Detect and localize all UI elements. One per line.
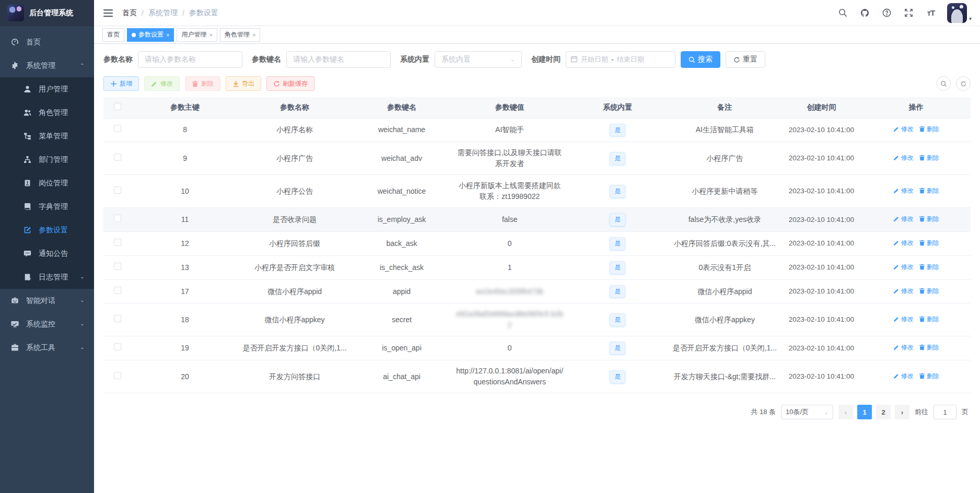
sidebar-item-label: 首页 bbox=[26, 38, 94, 47]
delete-link[interactable]: 删除 bbox=[919, 343, 939, 352]
search-icon[interactable] bbox=[837, 7, 849, 19]
table-row: 10 小程序公告 weichat_notice 小程序新版本上线需要搭建同款 联… bbox=[103, 175, 971, 208]
delete-link[interactable]: 删除 bbox=[919, 153, 939, 162]
edit-link[interactable]: 修改 bbox=[893, 238, 914, 248]
row-checkbox[interactable] bbox=[114, 154, 121, 161]
page-button-1[interactable]: 1 bbox=[857, 405, 872, 419]
tab-label: 参数设置 bbox=[138, 30, 164, 39]
sidebar-item-users[interactable]: 用户管理 bbox=[0, 77, 94, 101]
sidebar-item-dict[interactable]: 字典管理 bbox=[0, 195, 94, 218]
builtin-tag: 是 bbox=[610, 313, 625, 326]
page-size-select[interactable]: 10条/页 ⌄ bbox=[781, 405, 833, 419]
sidebar-item-logs[interactable]: 日志管理 ⌄ bbox=[0, 265, 94, 289]
param-name-input[interactable]: 请输入参数名称 bbox=[138, 51, 242, 68]
avatar[interactable] bbox=[947, 3, 967, 23]
sidebar-item-departments[interactable]: 部门管理 bbox=[0, 148, 94, 171]
sidebar-item-label: 岗位管理 bbox=[39, 179, 94, 188]
tab-home[interactable]: 首页 bbox=[102, 28, 124, 42]
sidebar-item-notices[interactable]: 通知公告 bbox=[0, 242, 94, 265]
sidebar-menu: 首页 系统管理 ⌃ 用户管理 角色管理 菜单管理 bbox=[0, 26, 94, 493]
select-all-checkbox[interactable] bbox=[114, 103, 121, 110]
delete-link[interactable]: 删除 bbox=[919, 286, 939, 296]
reset-button[interactable]: 重置 bbox=[726, 51, 765, 68]
edit-link[interactable]: 修改 bbox=[893, 262, 914, 272]
sidebar-item-tools[interactable]: 系统工具 ⌄ bbox=[0, 336, 94, 359]
goto-suffix: 页 bbox=[962, 407, 969, 417]
tab-roles[interactable]: 角色管理 × bbox=[220, 28, 260, 42]
close-icon[interactable]: × bbox=[209, 32, 212, 38]
date-start-input[interactable]: 开始日期 bbox=[581, 55, 608, 64]
user-menu[interactable]: ▾ bbox=[947, 3, 972, 23]
sidebar-item-home[interactable]: 首页 bbox=[0, 30, 94, 54]
param-key-input[interactable]: 请输入参数键名 bbox=[286, 51, 391, 68]
delete-button[interactable]: 删除 bbox=[185, 76, 220, 91]
peoples-icon bbox=[23, 109, 31, 117]
row-checkbox[interactable] bbox=[114, 263, 121, 270]
fullscreen-icon[interactable] bbox=[903, 7, 915, 19]
total-count: 共 18 条 bbox=[751, 407, 776, 417]
help-icon[interactable] bbox=[881, 7, 893, 19]
github-icon[interactable] bbox=[859, 7, 871, 19]
edit-link[interactable]: 修改 bbox=[893, 371, 914, 381]
edit-link[interactable]: 修改 bbox=[893, 343, 914, 352]
close-icon[interactable]: × bbox=[252, 32, 255, 38]
date-end-input[interactable]: 结束日期 bbox=[617, 55, 644, 64]
refresh-cache-button[interactable]: 刷新缓存 bbox=[266, 76, 314, 91]
delete-link[interactable]: 删除 bbox=[919, 238, 939, 248]
sidebar-item-system[interactable]: 系统管理 ⌃ bbox=[0, 54, 94, 77]
logo-bar[interactable]: 后台管理系统 bbox=[0, 0, 94, 26]
delete-link[interactable]: 删除 bbox=[919, 262, 939, 272]
delete-link[interactable]: 删除 bbox=[919, 214, 939, 224]
edit-link[interactable]: 修改 bbox=[893, 214, 914, 224]
search-button[interactable]: 搜索 bbox=[681, 51, 720, 68]
breadcrumb-home[interactable]: 首页 bbox=[122, 8, 137, 18]
row-checkbox[interactable] bbox=[114, 215, 121, 222]
font-size-icon[interactable]: тT bbox=[925, 7, 937, 19]
delete-link[interactable]: 删除 bbox=[919, 124, 939, 134]
close-icon[interactable]: × bbox=[166, 32, 169, 38]
edit-link[interactable]: 修改 bbox=[893, 286, 914, 296]
table-row: 9 小程序广告 weichat_adv 需要问答接口,以及聊天接口请联系开发者 … bbox=[103, 142, 971, 175]
edit-link[interactable]: 修改 bbox=[893, 314, 914, 324]
next-page-button[interactable]: › bbox=[895, 405, 909, 419]
create-time-label: 创建时间 bbox=[531, 55, 561, 64]
delete-link[interactable]: 删除 bbox=[919, 186, 939, 195]
trash-icon bbox=[919, 155, 925, 161]
page-button-2[interactable]: 2 bbox=[876, 405, 891, 419]
refresh-table-button[interactable] bbox=[956, 76, 971, 91]
table-row: 18 微信小程序appkey secret e92a39af34689acd8e… bbox=[103, 303, 971, 336]
sidebar-item-label: 通知公告 bbox=[39, 249, 94, 259]
goto-page-input[interactable]: 1 bbox=[934, 405, 956, 419]
row-checkbox[interactable] bbox=[114, 125, 121, 132]
tab-params[interactable]: 参数设置 × bbox=[127, 28, 174, 42]
row-checkbox[interactable] bbox=[114, 343, 121, 350]
sidebar-item-params[interactable]: 参数设置 bbox=[0, 218, 94, 242]
edit-link[interactable]: 修改 bbox=[893, 153, 914, 162]
sidebar-item-monitor[interactable]: 系统监控 ⌄ bbox=[0, 312, 94, 336]
row-checkbox[interactable] bbox=[114, 315, 121, 322]
row-checkbox[interactable] bbox=[114, 239, 121, 246]
row-checkbox[interactable] bbox=[114, 287, 121, 294]
sidebar-item-menus[interactable]: 菜单管理 bbox=[0, 124, 94, 148]
edit-link[interactable]: 修改 bbox=[893, 124, 914, 134]
sidebar-item-roles[interactable]: 角色管理 bbox=[0, 101, 94, 124]
date-range-picker[interactable]: 开始日期 - 结束日期 bbox=[566, 51, 675, 68]
row-checkbox[interactable] bbox=[114, 372, 121, 379]
add-button[interactable]: 新增 bbox=[103, 76, 139, 91]
breadcrumb-system[interactable]: 系统管理 bbox=[148, 8, 178, 18]
edit-link[interactable]: 修改 bbox=[893, 186, 914, 195]
post-icon bbox=[23, 179, 31, 187]
sidebar-item-ai-chat[interactable]: 智能对话 ⌄ bbox=[0, 289, 94, 312]
edit-button[interactable]: 修改 bbox=[144, 76, 180, 91]
show-search-toggle-button[interactable] bbox=[936, 76, 951, 91]
delete-link[interactable]: 删除 bbox=[919, 314, 939, 324]
sidebar-item-label: 智能对话 bbox=[26, 296, 73, 306]
export-button[interactable]: 导出 bbox=[226, 76, 261, 91]
delete-link[interactable]: 删除 bbox=[919, 371, 939, 381]
hamburger-icon[interactable] bbox=[102, 7, 114, 19]
row-checkbox[interactable] bbox=[114, 186, 121, 194]
prev-page-button[interactable]: ‹ bbox=[838, 405, 853, 419]
builtin-select[interactable]: 系统内置 ⌄ bbox=[435, 51, 522, 68]
sidebar-item-posts[interactable]: 岗位管理 bbox=[0, 171, 94, 195]
tab-users[interactable]: 用户管理 × bbox=[177, 28, 217, 42]
